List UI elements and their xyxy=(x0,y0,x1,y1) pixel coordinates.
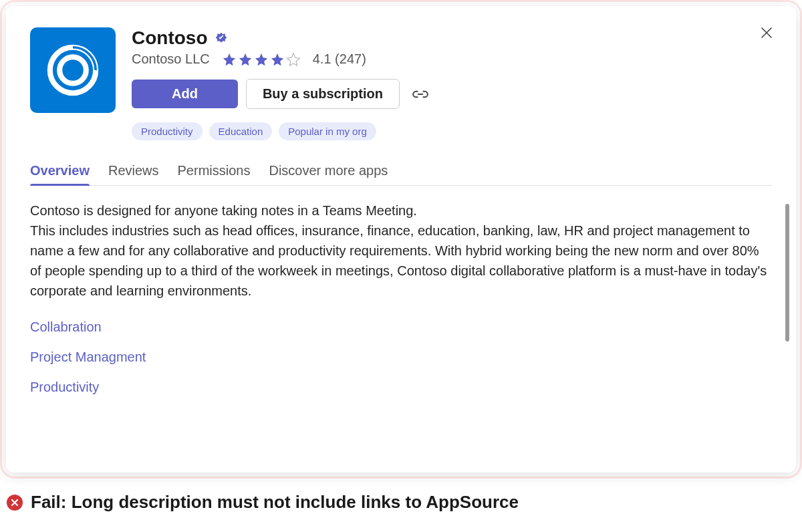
add-button[interactable]: Add xyxy=(132,80,238,108)
app-description: Contoso is designed for anyone taking no… xyxy=(30,201,772,301)
tag-productivity[interactable]: Productivity xyxy=(132,122,203,140)
star-empty-icon xyxy=(286,52,301,67)
description-line2: This includes industries such as head of… xyxy=(30,221,772,301)
copy-link-button[interactable] xyxy=(412,86,429,103)
app-detail-card: Contoso Contoso LLC 4.1 (247) xyxy=(6,6,796,473)
buy-subscription-button[interactable]: Buy a subscription xyxy=(246,79,400,109)
close-icon xyxy=(760,26,773,39)
tab-overview[interactable]: Overview xyxy=(30,163,90,185)
x-icon xyxy=(10,498,19,507)
star-icon xyxy=(254,52,269,67)
svg-point-1 xyxy=(59,57,86,84)
rating-stars xyxy=(222,52,301,67)
description-links: Collabration Project Managment Productiv… xyxy=(30,319,772,395)
tabs: Overview Reviews Permissions Discover mo… xyxy=(30,163,772,186)
link-project-management[interactable]: Project Managment xyxy=(30,350,772,365)
tag-popular[interactable]: Popular in my org xyxy=(279,122,376,140)
app-header: Contoso Contoso LLC 4.1 (247) xyxy=(30,27,772,140)
app-icon xyxy=(30,27,116,113)
fail-badge xyxy=(7,495,23,511)
guideline-caption: Fail: Long description must not include … xyxy=(7,492,519,513)
tab-reviews[interactable]: Reviews xyxy=(108,163,159,185)
link-collaboration[interactable]: Collabration xyxy=(30,319,772,335)
verified-badge-icon xyxy=(215,31,228,45)
star-icon xyxy=(222,52,237,67)
tab-discover[interactable]: Discover more apps xyxy=(269,163,388,185)
description-line1: Contoso is designed for anyone taking no… xyxy=(30,201,772,221)
app-title: Contoso xyxy=(132,27,208,49)
contoso-logo-icon xyxy=(43,40,103,100)
star-icon xyxy=(270,52,285,67)
rating-text: 4.1 (247) xyxy=(313,51,366,67)
link-icon xyxy=(412,86,429,103)
guideline-frame: Contoso Contoso LLC 4.1 (247) xyxy=(0,0,802,479)
tag-education[interactable]: Education xyxy=(209,122,273,140)
scrollbar-thumb[interactable] xyxy=(785,204,789,342)
link-productivity[interactable]: Productivity xyxy=(30,380,772,395)
app-header-info: Contoso Contoso LLC 4.1 (247) xyxy=(132,27,772,140)
tags-row: Productivity Education Popular in my org xyxy=(132,122,772,140)
close-button[interactable] xyxy=(760,26,773,42)
star-icon xyxy=(238,52,253,67)
publisher-name: Contoso LLC xyxy=(132,51,210,67)
tab-permissions[interactable]: Permissions xyxy=(178,163,251,185)
caption-text: Fail: Long description must not include … xyxy=(31,492,519,513)
